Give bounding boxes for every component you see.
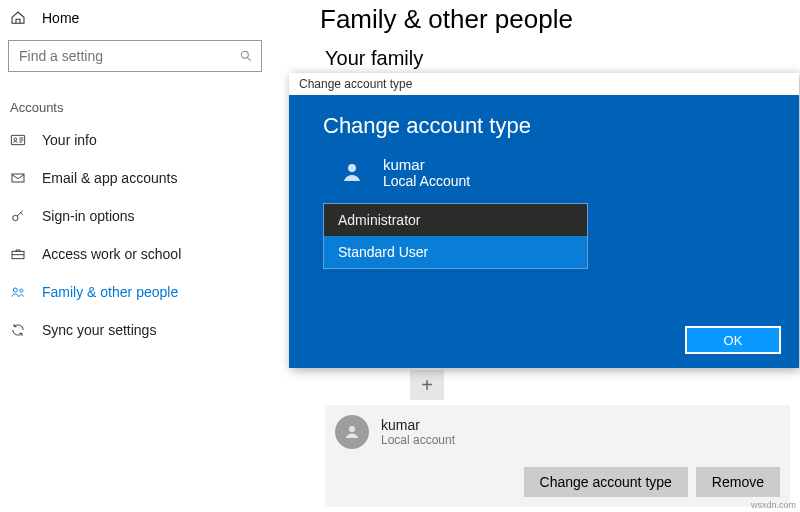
sidebar-item-signin[interactable]: Sign-in options bbox=[0, 197, 270, 235]
sidebar-item-label: Email & app accounts bbox=[42, 170, 177, 186]
ok-button[interactable]: OK bbox=[685, 326, 781, 354]
sidebar-item-label: Sign-in options bbox=[42, 208, 135, 224]
people-icon bbox=[10, 284, 26, 300]
search-icon bbox=[239, 49, 253, 63]
sidebar-item-email[interactable]: Email & app accounts bbox=[0, 159, 270, 197]
user-name: kumar bbox=[381, 417, 455, 433]
dialog-user-row: kumar Local Account bbox=[335, 155, 765, 189]
watermark: wsxdn.com bbox=[751, 500, 796, 510]
sync-icon bbox=[10, 322, 26, 338]
svg-point-6 bbox=[13, 288, 17, 292]
dialog-user-name: kumar bbox=[383, 156, 470, 173]
avatar bbox=[335, 415, 369, 449]
change-account-type-dialog: Change account type Change account type … bbox=[289, 73, 799, 368]
home-label: Home bbox=[42, 10, 79, 26]
sidebar-item-label: Your info bbox=[42, 132, 97, 148]
user-row[interactable]: kumar Local account bbox=[335, 415, 780, 449]
remove-user-button[interactable]: Remove bbox=[696, 467, 780, 497]
person-card-icon bbox=[10, 132, 26, 148]
account-type-dropdown[interactable]: Administrator Standard User bbox=[323, 203, 588, 269]
svg-rect-3 bbox=[12, 174, 24, 182]
svg-point-0 bbox=[241, 51, 248, 58]
sidebar-item-your-info[interactable]: Your info bbox=[0, 121, 270, 159]
sidebar-item-label: Family & other people bbox=[42, 284, 178, 300]
sidebar-item-work-school[interactable]: Access work or school bbox=[0, 235, 270, 273]
home-icon bbox=[10, 10, 26, 26]
svg-point-4 bbox=[13, 215, 18, 220]
dialog-user-type: Local Account bbox=[383, 173, 470, 189]
sidebar-item-sync[interactable]: Sync your settings bbox=[0, 311, 270, 349]
sidebar-item-family[interactable]: Family & other people bbox=[0, 273, 270, 311]
change-account-type-button[interactable]: Change account type bbox=[524, 467, 688, 497]
other-user-card: kumar Local account Change account type … bbox=[325, 405, 790, 507]
dropdown-option-standard-user[interactable]: Standard User bbox=[324, 236, 587, 268]
user-type: Local account bbox=[381, 433, 455, 447]
svg-point-8 bbox=[349, 426, 355, 432]
search-input-wrapper[interactable] bbox=[8, 40, 262, 72]
key-icon bbox=[10, 208, 26, 224]
sidebar-item-label: Sync your settings bbox=[42, 322, 156, 338]
sidebar-item-label: Access work or school bbox=[42, 246, 181, 262]
dialog-heading: Change account type bbox=[323, 113, 765, 139]
add-user-button[interactable]: + bbox=[410, 370, 444, 400]
svg-point-9 bbox=[348, 164, 356, 172]
svg-point-7 bbox=[20, 289, 23, 292]
home-link[interactable]: Home bbox=[0, 6, 270, 36]
svg-point-2 bbox=[14, 138, 17, 141]
dialog-titlebar: Change account type bbox=[289, 73, 799, 95]
page-title: Family & other people bbox=[300, 0, 800, 47]
briefcase-icon bbox=[10, 246, 26, 262]
avatar-icon bbox=[335, 155, 369, 189]
dropdown-option-administrator[interactable]: Administrator bbox=[324, 204, 587, 236]
settings-sidebar: Home Accounts Your info Email & app acco… bbox=[0, 0, 270, 512]
sidebar-group-label: Accounts bbox=[0, 82, 270, 121]
mail-icon bbox=[10, 170, 26, 186]
search-input[interactable] bbox=[17, 47, 239, 65]
plus-icon: + bbox=[421, 374, 433, 397]
